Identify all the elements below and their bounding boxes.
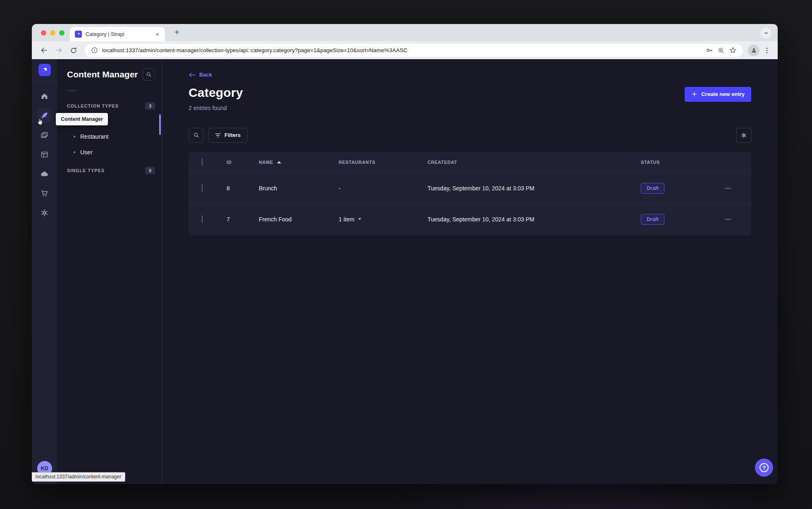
filters-label: Filters: [224, 132, 241, 138]
column-header-name[interactable]: NAME: [259, 160, 339, 165]
mouse-cursor-icon: [37, 118, 44, 125]
browser-menu-icon[interactable]: ⋮: [762, 46, 772, 54]
url-bar[interactable]: localhost:1337/admin/content-manager/col…: [85, 44, 743, 57]
status-badge: Draft: [641, 214, 664, 225]
bullet-icon: [74, 136, 75, 137]
table-header-row: ID NAME RESTAURANTS CREATEDAT STATUS: [189, 152, 751, 173]
chevron-down-icon: [358, 218, 361, 220]
sidebar-item-media-library[interactable]: [38, 128, 52, 142]
back-link[interactable]: Back: [189, 72, 212, 78]
sidebar-item-deploy-cloud[interactable]: [38, 167, 52, 181]
sidebar-item-home[interactable]: [38, 89, 52, 103]
traffic-lights: [41, 30, 64, 36]
help-button[interactable]: ?: [755, 459, 773, 477]
entries-count: 2 entries found: [189, 105, 751, 111]
collection-types-label: COLLECTION TYPES: [67, 103, 119, 108]
cell-createdat: Tuesday, September 10, 2024 at 3:03 PM: [427, 185, 641, 192]
url-text[interactable]: localhost:1337/admin/content-manager/col…: [102, 47, 701, 53]
cell-createdat: Tuesday, September 10, 2024 at 3:03 PM: [427, 216, 641, 223]
select-all-checkbox[interactable]: [202, 158, 203, 166]
column-header-id[interactable]: ID: [227, 160, 259, 165]
tab-title: Category | Strapi: [86, 31, 150, 37]
gear-icon: [740, 132, 747, 139]
subnav-item-label: Restaurant: [80, 133, 108, 140]
single-types-count-badge: 0: [145, 167, 155, 174]
sidebar-item-marketplace-cart[interactable]: [38, 186, 52, 200]
cell-name: Brunch: [259, 185, 339, 192]
create-new-entry-label: Create new entry: [701, 91, 745, 97]
main-nav-sidebar: KD: [32, 59, 57, 484]
cell-name: French Food: [259, 216, 339, 223]
browser-profile-avatar[interactable]: [748, 45, 759, 56]
subnav-item-restaurant[interactable]: Restaurant: [57, 129, 162, 144]
table-settings-button[interactable]: [736, 128, 751, 143]
cell-restaurants[interactable]: 1 item: [339, 216, 427, 223]
subnav-divider: [67, 90, 77, 91]
filters-button[interactable]: Filters: [208, 128, 247, 143]
subnav-item-label: User: [80, 149, 93, 156]
browser-window: Category | Strapi × + localhost:1337/adm…: [32, 24, 778, 484]
row-checkbox[interactable]: [202, 215, 203, 223]
browser-status-bar: localhost:1337/admin/content-manager: [32, 472, 125, 482]
entries-table: ID NAME RESTAURANTS CREATEDAT STATUS 8 B…: [189, 152, 751, 235]
subnav-title: Content Manager: [67, 70, 138, 79]
row-actions-menu[interactable]: ⋯: [725, 185, 731, 192]
strapi-logo-icon[interactable]: [38, 64, 51, 76]
status-badge: Draft: [641, 183, 664, 194]
browser-toolbar: localhost:1337/admin/content-manager/col…: [32, 41, 778, 59]
zoom-in-page-icon[interactable]: [717, 47, 725, 54]
browser-tab[interactable]: Category | Strapi ×: [70, 27, 165, 41]
sidebar-divider: [32, 82, 57, 82]
cell-restaurants: -: [339, 185, 427, 192]
back-nav-icon[interactable]: [38, 44, 50, 57]
column-header-restaurants[interactable]: RESTAURANTS: [339, 160, 427, 165]
back-label: Back: [199, 72, 212, 78]
minimize-window-button[interactable]: [50, 30, 55, 36]
password-manager-key-icon[interactable]: [705, 46, 713, 54]
sidebar-item-content-type-builder[interactable]: [38, 147, 52, 161]
back-arrow-icon: [189, 72, 196, 78]
subnav-item-user[interactable]: User: [57, 144, 162, 160]
page-title: Category: [189, 86, 243, 100]
tab-strip: Category | Strapi × +: [32, 24, 778, 41]
create-new-entry-button[interactable]: Create new entry: [685, 87, 751, 102]
table-row[interactable]: 8 Brunch - Tuesday, September 10, 2024 a…: [189, 173, 751, 204]
tab-search-chevron-icon[interactable]: [760, 27, 771, 38]
bullet-icon: [74, 151, 75, 153]
page-info-icon[interactable]: [91, 47, 98, 54]
cell-id: 7: [227, 216, 259, 223]
subnav-search-button[interactable]: [143, 68, 155, 81]
search-icon: [193, 132, 199, 138]
table-row[interactable]: 7 French Food 1 item Tuesday, September …: [189, 204, 751, 235]
row-actions-menu[interactable]: ⋯: [725, 216, 731, 223]
plus-icon: [691, 91, 697, 97]
content-manager-tooltip: Content Manager: [56, 113, 108, 125]
single-types-label: SINGLE TYPES: [67, 168, 105, 173]
new-tab-button[interactable]: +: [172, 27, 182, 38]
row-checkbox[interactable]: [202, 184, 203, 192]
reload-icon[interactable]: [67, 44, 80, 57]
close-tab-icon[interactable]: ×: [154, 30, 161, 38]
question-mark-icon: ?: [759, 463, 769, 472]
search-button[interactable]: [189, 128, 203, 143]
maximize-window-button[interactable]: [59, 30, 64, 36]
column-header-createdat[interactable]: CREATEDAT: [427, 160, 641, 165]
subnav-scroll-indicator[interactable]: [159, 114, 161, 135]
strapi-favicon-icon: [75, 31, 82, 38]
cell-id: 8: [227, 185, 259, 192]
column-header-status[interactable]: STATUS: [641, 160, 725, 165]
sort-ascending-icon: [277, 161, 281, 163]
main-content: Back Category Create new entry 2 entries…: [162, 59, 778, 484]
filter-icon: [215, 133, 221, 138]
close-window-button[interactable]: [41, 30, 46, 36]
strapi-app: KD Content Manager COLLECTION TYPES 3 Ca…: [32, 59, 778, 484]
bookmark-star-icon[interactable]: [729, 46, 737, 54]
sidebar-item-settings[interactable]: [38, 206, 52, 220]
sidebar-item-content-manager[interactable]: [38, 108, 52, 122]
collection-types-count-badge: 3: [145, 102, 155, 110]
forward-nav-icon[interactable]: [53, 44, 65, 57]
